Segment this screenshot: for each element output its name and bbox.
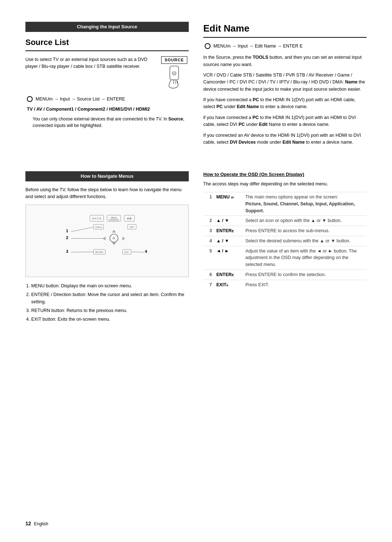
svg-marker-17 [123,237,125,240]
svg-marker-15 [112,243,115,245]
svg-text:3: 3 [66,249,68,254]
source-hand-icon: ⟳ [163,65,185,91]
svg-text:4: 4 [145,249,147,254]
svg-text:2: 2 [66,235,68,240]
circle-bullet-icon-2 [205,43,211,49]
osd-row-number: 6 [203,270,214,280]
osd-row-desc: Press EXIT. [243,280,367,290]
svg-text:1: 1 [66,229,68,233]
table-row: 2▲ / ▼Select an icon or option with the … [203,216,367,226]
source-list-intro-text: Use to select TV or an external input so… [25,56,155,91]
remote-control-diagram: N P C R MENU ⊕⊞ TOOLS APP [25,205,189,277]
osd-row-cmd: ◄ / ► [214,246,243,270]
osd-row-desc: Adjust the value of an item with the ◄ o… [243,246,367,270]
table-row: 1MENU mThe main menu options appear on t… [203,192,367,216]
osd-row-number: 7 [203,280,214,290]
svg-text:N P C R: N P C R [93,217,101,220]
list-item-4: EXIT button: Exits the on-screen menu. [31,316,189,323]
list-item-1: MENU button: Displays the main on-screen… [31,282,189,290]
changing-input-source-header: Changing the Input Source [25,22,189,32]
osd-row-desc: The main menu options appear on the scre… [243,192,367,216]
edit-name-section: Edit Name MENUm → Input → Edit Name → EN… [203,22,367,149]
osd-row-desc: Select an icon or option with the ▲ or ▼… [243,216,367,226]
page-number: 12 English [25,520,48,527]
osd-row-number: 3 [203,226,214,236]
osd-table: 1MENU mThe main menu options appear on t… [203,192,367,290]
edit-name-para3: If you have connected a PC to the HDMI I… [203,97,367,111]
svg-text:RETURN: RETURN [95,251,103,253]
source-label: SOURCE [161,56,187,64]
osd-title: How to Operate the OSD (On Screen Displa… [203,171,367,178]
osd-row-cmd: ENTERE [214,226,243,236]
svg-line-25 [71,227,93,231]
svg-text:⟳: ⟳ [173,72,176,75]
numbered-list: MENU button: Displays the main on-screen… [25,282,189,323]
svg-text:TOOLS: TOOLS [95,226,102,228]
table-row: 5◄ / ►Adjust the value of an item with t… [203,246,367,270]
osd-row-cmd: ▲ / ▼ [214,236,243,246]
navigate-intro: Before using the TV, follow the steps be… [25,186,189,200]
svg-text:EXIT: EXIT [124,251,129,253]
how-to-navigate-header: How to Navigate Menus [25,171,189,181]
table-row: 3ENTEREPress ENTERE to access the sub-me… [203,226,367,236]
device-list-text: TV / AV / Component1 / Component2 / HDMI… [27,106,189,113]
osd-section: How to Operate the OSD (On Screen Displa… [203,171,367,326]
edit-name-para4: if you have connected a PC to the HDMI I… [203,114,367,128]
edit-name-title: Edit Name [203,22,367,38]
svg-text:APP: APP [130,226,134,228]
osd-row-desc: Select the desired submenu with the ▲ or… [243,236,367,246]
list-item-3: RETURN button: Returns to the previous m… [31,307,189,314]
svg-text:MENU: MENU [111,217,117,219]
table-row: 6ENTEREPress ENTERE to confirm the selec… [203,270,367,280]
svg-text:⟳: ⟳ [113,236,115,240]
osd-row-cmd: EXITe [214,280,243,290]
svg-rect-7 [109,219,119,221]
source-indent-note: You can only choose external devices tha… [33,116,189,129]
list-item-2: ENTERE / Direction button: Move the curs… [31,291,189,305]
edit-name-menu-cmd: MENUm → Input → Edit Name → ENTER E [205,43,367,50]
osd-row-desc: Press ENTERE to confirm the selection. [243,270,367,280]
osd-row-cmd: MENU m [214,192,243,216]
svg-line-29 [71,252,93,252]
edit-name-para2: VCR / DVD / Cable STB / Satellite STB / … [203,72,367,93]
source-list-section: Changing the Input Source Source List Us… [25,22,189,149]
source-list-cmd-text: MENUm → Input → Source List → ENTERE [36,96,125,103]
osd-row-number: 5 [203,246,214,270]
osd-row-number: 1 [203,192,214,216]
edit-name-body: In the Source, press the TOOLS button, a… [203,54,367,146]
osd-row-desc: Press ENTERE to access the sub-menus. [243,226,367,236]
edit-name-para1: In the Source, press the TOOLS button, a… [203,54,367,68]
svg-marker-14 [112,230,115,233]
edit-name-para5: If you connected an AV device to the HDM… [203,132,367,146]
source-list-title: Source List [25,37,189,51]
osd-row-cmd: ▲ / ▼ [214,216,243,226]
osd-row-cmd: ENTERE [214,270,243,280]
osd-subtitle: The access steps may differ depending on… [203,181,367,188]
remote-svg: N P C R MENU ⊕⊞ TOOLS APP [31,210,183,272]
navigate-menus-section: How to Navigate Menus Before using the T… [25,171,189,326]
source-list-menu-cmd: MENUm → Input → Source List → ENTERE [27,96,189,103]
source-icon-area: SOURCE ⟳ [160,56,189,91]
table-row: 7EXITePress EXIT. [203,280,367,290]
table-row: 4▲ / ▼Select the desired submenu with th… [203,236,367,246]
edit-name-cmd-text: MENUm → Input → Edit Name → ENTER E [213,43,303,50]
osd-row-number: 2 [203,216,214,226]
svg-line-31 [132,252,144,252]
circle-bullet-icon [27,96,33,102]
svg-text:⊕⊞: ⊕⊞ [127,217,132,220]
osd-row-number: 4 [203,236,214,246]
